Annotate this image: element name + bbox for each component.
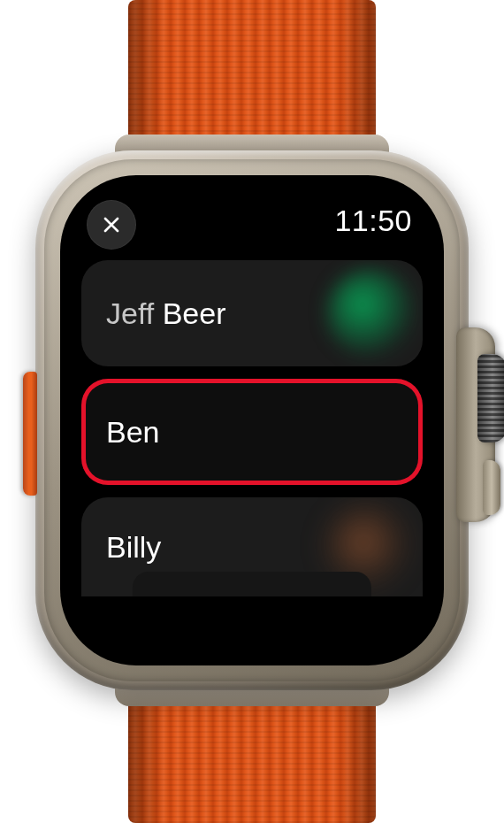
watch-frame: 11:50 Jeff Beer Ben Billy [35,150,469,690]
contact-name: Billy [106,530,161,565]
contact-list[interactable]: Jeff Beer Ben Billy [81,260,423,655]
list-item[interactable]: Billy [81,497,423,596]
close-icon [101,214,122,235]
presence-indicator-icon [327,269,416,358]
contact-name: Ben [106,415,160,450]
list-item[interactable]: Ben [81,379,423,485]
close-button[interactable] [87,200,136,250]
digital-crown[interactable] [477,354,504,442]
status-bar: 11:50 [71,195,433,255]
action-button[interactable] [23,372,37,496]
list-item[interactable]: Jeff Beer [81,260,423,366]
contact-name: Jeff Beer [106,296,225,331]
watch-band-bottom [128,699,376,823]
watch-screen: 11:50 Jeff Beer Ben Billy [71,186,433,655]
next-item-peek [133,572,371,596]
side-button[interactable] [483,460,500,515]
clock-time: 11:50 [334,200,412,238]
